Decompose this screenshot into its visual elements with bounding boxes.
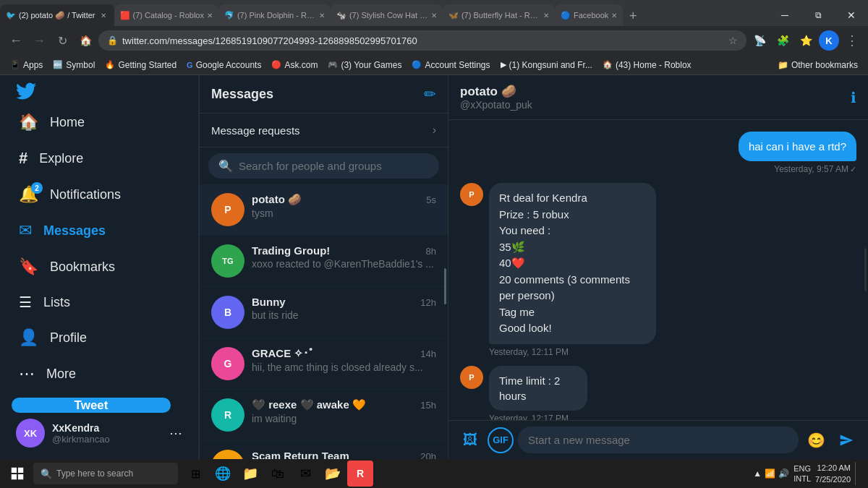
close-button[interactable]: ✕ (835, 4, 868, 26)
back-button[interactable]: ← (6, 30, 26, 51)
tab4-favicon: 🐄 (336, 11, 346, 20)
chat-user-info: potato 🥔 @xXpotato_puk (460, 84, 532, 111)
new-tab-button[interactable]: + (623, 6, 643, 26)
browser-chrome: 🐦 (2) potato 🥔 / Twitter ✕ 🟥 (7) Catalog… (0, 0, 868, 75)
start-button[interactable] (3, 461, 32, 487)
nav-item-notifications[interactable]: 🔔 2 Notifications (9, 178, 190, 211)
taskbar-search[interactable]: 🔍 Type here to search (33, 463, 178, 484)
tab4-close-icon[interactable]: ✕ (431, 12, 437, 20)
restore-button[interactable]: ⧉ (801, 4, 835, 26)
twitter-logo-btn[interactable] (9, 81, 43, 101)
google-label: Google Accounts (196, 60, 262, 70)
tab6-close-icon[interactable]: ✕ (611, 12, 617, 20)
messages-search-box[interactable]: 🔍 Search for people and groups (208, 153, 439, 179)
task-view-button[interactable]: ⊞ (182, 461, 208, 487)
chat-area: potato 🥔 @xXpotato_puk ℹ hai can i have … (448, 75, 868, 459)
nav-item-messages[interactable]: ✉ Messages (9, 214, 190, 247)
nav-item-profile[interactable]: 👤 Profile (9, 321, 190, 354)
extensions-icon[interactable]: 🧩 (773, 30, 793, 51)
chat-info-icon[interactable]: ℹ (851, 89, 856, 106)
list-item[interactable]: R 🖤 reexe 🖤 awake 🧡 15h im waiting (200, 390, 448, 441)
tab6-title: Facebook (574, 11, 608, 20)
messages-panel-title: Messages (211, 87, 273, 102)
home-button[interactable]: 🏠 (75, 30, 95, 51)
bookmarks-icon: 🔖 (19, 257, 38, 276)
send-button[interactable] (833, 427, 859, 453)
message-bubble-received: P Rt deal for Kendra Prize : 5 robux You… (460, 183, 856, 357)
list-item[interactable]: G GRACE ✧･ﾟ 14h hii, the amc thing is cl… (200, 338, 448, 390)
nav-item-more[interactable]: ⋯ More (9, 357, 190, 390)
folder-app[interactable]: 📂 (320, 461, 346, 487)
minimize-button[interactable]: ─ (768, 4, 801, 26)
compose-icon[interactable]: ✏ (424, 85, 436, 103)
message-time: Yesterday, 12:17 PM (489, 414, 569, 421)
image-attach-button[interactable]: 🖼 (457, 427, 483, 453)
bookmark-your-games[interactable]: 🎮 (3) Your Games (323, 57, 406, 73)
other-bookmarks-label[interactable]: Other bookmarks (791, 60, 858, 70)
tab-2[interactable]: 🟥 (7) Catalog - Roblox ✕ (114, 4, 218, 26)
menu-button[interactable]: ⋮ (842, 30, 862, 51)
taskbar-clock[interactable]: 12:20 AM 7/25/2020 (815, 462, 851, 486)
bookmark-home-roblox[interactable]: 🏠 (43) Home - Roblox (598, 57, 696, 73)
message-requests-row[interactable]: Message requests › (200, 114, 448, 147)
edge-app[interactable]: 🌐 (210, 461, 236, 487)
store-app[interactable]: 🛍 (265, 461, 291, 487)
list-item[interactable]: S Scam Return Team 20h & 📷 Aero ✦.° #BLM… (200, 441, 448, 459)
bookmark-icon[interactable]: ⭐ (796, 30, 816, 51)
convo-preview: xoxo reacted to @KarenTheBaddie1's ... (252, 258, 436, 270)
cast-icon[interactable]: 📡 (749, 30, 770, 51)
address-box[interactable]: 🔒 twitter.com/messages/12685191090772049… (98, 30, 746, 51)
tab-4[interactable]: 🐄 (7) Stylish Cow Hat - R... ✕ (331, 4, 443, 26)
tab2-close-icon[interactable]: ✕ (207, 12, 213, 20)
nav-item-bookmarks[interactable]: 🔖 Bookmarks (9, 250, 190, 283)
address-text: twitter.com/messages/1268519109077204993… (122, 35, 724, 46)
search-icon: 🔍 (218, 159, 233, 173)
bookmark-account-settings[interactable]: 🔵 Account Settings (407, 57, 494, 73)
tab5-title: (7) Butterfly Hat - Robl... (461, 11, 540, 20)
bookmark-getting-started[interactable]: 🔥 Getting Started (101, 57, 181, 73)
roblox-app[interactable]: R (347, 461, 373, 487)
list-item[interactable]: B Bunny 12h but its ride (200, 287, 448, 338)
show-desktop-button[interactable] (855, 462, 859, 485)
convo-avatar: R (211, 398, 244, 432)
file-explorer-app[interactable]: 📁 (237, 461, 263, 487)
profile-button[interactable]: K (819, 30, 839, 51)
mail-app[interactable]: ✉ (292, 461, 318, 487)
list-item[interactable]: TG Trading Group! 8h xoxo reacted to @Ka… (200, 236, 448, 287)
kongsuni-label: (1) Kongsuni and Fr... (509, 60, 592, 70)
user-profile-area[interactable]: XK XxKendra @kirkmancao ⋯ (9, 413, 190, 453)
nav-item-home[interactable]: 🏠 Home (9, 106, 190, 139)
chat-scroll-indicator (864, 248, 867, 291)
bookmark-apps[interactable]: 📱 Apps (6, 57, 47, 73)
tab-6[interactable]: 🔵 Facebook ✕ (555, 4, 623, 26)
tab-close-icon[interactable]: ✕ (98, 10, 109, 20)
message-input[interactable] (518, 427, 799, 453)
forward-button[interactable]: → (29, 30, 49, 51)
star-icon[interactable]: ☆ (728, 35, 738, 46)
tab3-close-icon[interactable]: ✕ (319, 12, 325, 20)
message-requests-arrow: › (433, 124, 436, 137)
nav-item-lists[interactable]: ☰ Lists (9, 286, 190, 318)
list-item[interactable]: P potato 🥔 5s tysm (200, 184, 448, 236)
bubble: Rt deal for Kendra Prize : 5 robux You n… (489, 183, 656, 344)
gif-button[interactable]: GIF (488, 427, 514, 453)
tab-5[interactable]: 🦋 (7) Butterfly Hat - Robl... ✕ (443, 4, 555, 26)
tab5-close-icon[interactable]: ✕ (543, 12, 549, 20)
tab-active[interactable]: 🐦 (2) potato 🥔 / Twitter ✕ (0, 4, 114, 26)
convo-time: 8h (426, 246, 436, 257)
convo-content: potato 🥔 5s tysm (252, 193, 436, 219)
bookmark-symbol[interactable]: 🔤 Symbol (48, 57, 99, 73)
reload-button[interactable]: ↻ (52, 30, 72, 51)
bookmark-askcom[interactable]: 🔴 Ask.com (267, 57, 322, 73)
tab-3[interactable]: 🐬 (7) Pink Dolphin - Robl... ✕ (218, 4, 331, 26)
emoji-button[interactable]: 😊 (803, 427, 829, 453)
bookmark-google-accounts[interactable]: G Google Accounts (182, 57, 265, 73)
bookmark-kongsuni[interactable]: ▶ (1) Kongsuni and Fr... (496, 57, 597, 73)
nav-item-explore[interactable]: # Explore (9, 142, 190, 175)
system-tray[interactable]: ▲ 📶 🔊 (753, 468, 789, 479)
convo-avatar: TG (211, 244, 244, 278)
convo-content: 🖤 reexe 🖤 awake 🧡 15h im waiting (252, 398, 436, 424)
tweet-button[interactable]: Tweet (12, 398, 171, 413)
lists-icon: ☰ (19, 294, 32, 311)
apps-favicon: 📱 (10, 60, 20, 69)
